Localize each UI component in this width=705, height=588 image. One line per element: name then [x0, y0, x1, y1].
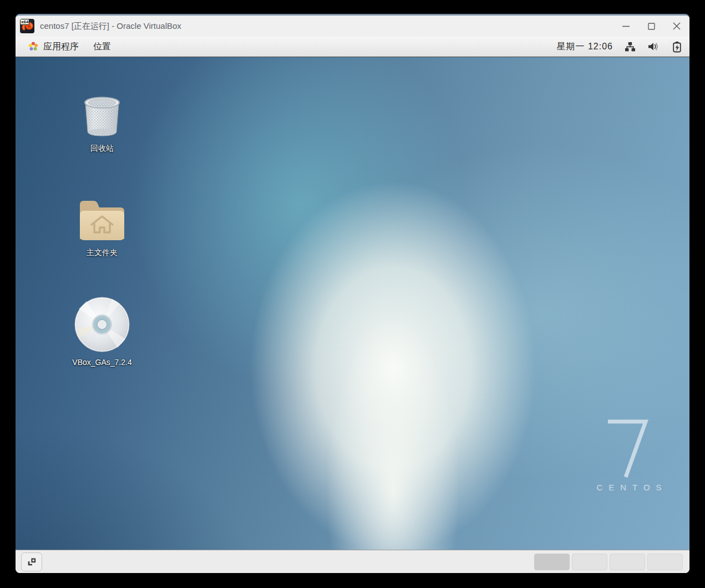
- centos-wordmark: CENTOS: [590, 483, 667, 492]
- maximize-icon: [648, 23, 655, 30]
- status-segment[interactable]: [610, 554, 645, 570]
- centos-branding: CENTOS: [582, 417, 676, 492]
- close-button[interactable]: [664, 16, 689, 37]
- minimize-button[interactable]: [613, 16, 638, 37]
- clock[interactable]: 星期一 12:06: [557, 41, 613, 53]
- applications-menu-icon: [28, 41, 39, 52]
- battery-charging-icon[interactable]: [671, 40, 683, 53]
- trash-label: 回收站: [90, 144, 114, 154]
- panel-right: 星期一 12:06: [557, 40, 683, 53]
- trash-icon: [81, 95, 123, 139]
- home-folder-label: 主文件夹: [87, 248, 118, 258]
- home-folder-icon: [77, 197, 128, 244]
- places-menu-label: 位置: [93, 41, 111, 53]
- window-title: centos7 [正在运行] - Oracle VirtualBox: [40, 21, 181, 32]
- titlebar: x64 centos7 [正在运行] - Oracle VirtualBox: [16, 16, 689, 37]
- desktop-icon-trash[interactable]: 回收站: [66, 95, 138, 154]
- status-segment[interactable]: [572, 554, 607, 570]
- network-wired-icon[interactable]: [624, 40, 636, 53]
- statusbar: [16, 550, 689, 573]
- applications-menu[interactable]: 应用程序: [22, 37, 84, 57]
- scale-mode-icon: [27, 557, 37, 567]
- desktop[interactable]: 回收站 主文件夹: [16, 57, 689, 550]
- cd-disc-icon: [73, 296, 131, 353]
- maximize-button[interactable]: [638, 16, 664, 37]
- x64-badge: x64: [20, 19, 29, 25]
- status-segments: [534, 554, 683, 570]
- applications-menu-label: 应用程序: [43, 41, 79, 53]
- status-segment[interactable]: [647, 554, 683, 570]
- virtualbox-vm-icon: x64: [20, 19, 34, 33]
- desktop-icon-home[interactable]: 主文件夹: [66, 197, 138, 258]
- minimize-icon: [622, 23, 630, 30]
- close-icon: [673, 22, 681, 30]
- centos-7-numeral: [603, 417, 655, 479]
- status-segment[interactable]: [534, 554, 570, 570]
- virtualbox-window: x64 centos7 [正在运行] - Oracle VirtualBox: [16, 14, 689, 573]
- gnome-top-panel: 应用程序 位置 星期一 12:06: [16, 37, 689, 57]
- desktop-icon-vbox-gas[interactable]: VBox_GAs_7.2.4: [63, 296, 141, 367]
- scale-mode-button[interactable]: [21, 552, 42, 571]
- vbox-gas-label: VBox_GAs_7.2.4: [72, 358, 131, 367]
- places-menu[interactable]: 位置: [88, 37, 116, 57]
- volume-icon[interactable]: [647, 40, 660, 53]
